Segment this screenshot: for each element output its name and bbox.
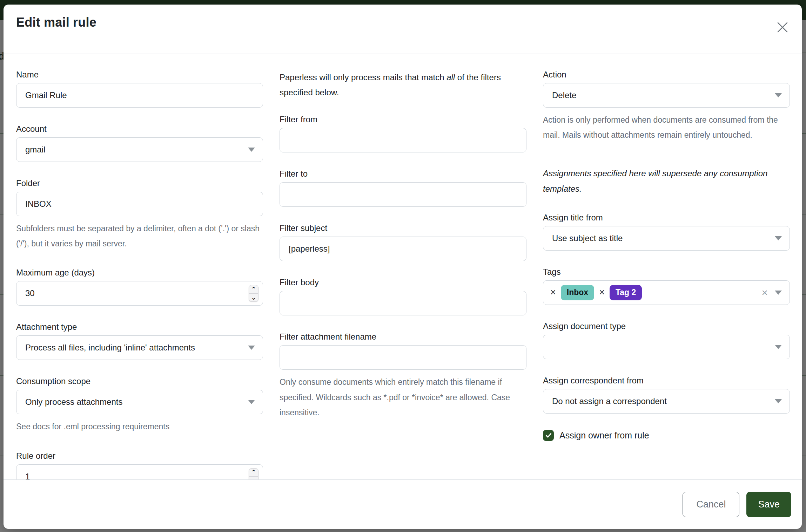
filter-filename-help: Only consume documents which entirely ma… <box>280 375 526 420</box>
assign-correspondent-label: Assign correspondent from <box>543 376 790 386</box>
stepper-down-icon[interactable]: ⌄ <box>249 477 258 479</box>
dialog-header: Edit mail rule <box>4 5 802 54</box>
rule-order-stepper[interactable]: ⌃⌄ <box>249 468 258 479</box>
tag-chip-1: Tag 2 <box>610 285 642 300</box>
folder-input[interactable] <box>25 192 258 216</box>
chevron-down-icon <box>248 148 255 152</box>
action-select[interactable]: Delete <box>543 83 790 108</box>
chevron-down-icon <box>248 346 255 350</box>
stepper-up-icon[interactable]: ⌃ <box>249 469 258 477</box>
filter-to-label: Filter to <box>280 169 526 179</box>
max-age-label: Maximum age (days) <box>16 268 263 278</box>
tags-multiselect[interactable]: × Inbox × Tag 2 × <box>543 280 790 305</box>
action-value: Delete <box>552 90 576 100</box>
dialog-footer: Cancel Save <box>4 479 802 529</box>
rule-order-label: Rule order <box>16 451 263 461</box>
tags-label: Tags <box>543 267 790 277</box>
name-label: Name <box>16 70 263 80</box>
column-actions: Action Delete Action is only performed w… <box>543 70 790 479</box>
column-filters: Paperless will only process mails that m… <box>280 70 526 479</box>
assign-doctype-select[interactable] <box>543 335 790 359</box>
tag-remove-icon[interactable]: × <box>549 288 557 297</box>
filter-to-input[interactable] <box>289 183 522 206</box>
consumption-scope-value: Only process attachments <box>25 397 122 407</box>
chevron-down-icon <box>775 236 782 240</box>
filter-body-field <box>280 291 526 315</box>
filter-body-input[interactable] <box>289 291 522 315</box>
edit-mail-rule-dialog: Edit mail rule Name Account gmail <box>4 5 802 529</box>
account-value: gmail <box>25 145 45 155</box>
assign-correspondent-value: Do not assign a correspondent <box>552 396 667 406</box>
action-help: Action is only performed when documents … <box>543 112 790 143</box>
attachment-type-value: Process all files, including 'inline' at… <box>25 343 195 353</box>
filter-from-label: Filter from <box>280 115 526 124</box>
owner-checkbox-label: Assign owner from rule <box>559 430 649 441</box>
filter-subject-input[interactable] <box>289 237 522 261</box>
assign-title-value: Use subject as title <box>552 233 623 243</box>
tags-clear-icon[interactable]: × <box>761 287 768 298</box>
assign-title-select[interactable]: Use subject as title <box>543 226 790 251</box>
stepper-up-icon[interactable]: ⌃ <box>249 285 258 294</box>
name-field <box>16 83 263 108</box>
rule-order-field: ⌃⌄ <box>16 464 263 479</box>
filter-subject-label: Filter subject <box>280 223 526 233</box>
consumption-scope-label: Consumption scope <box>16 376 263 386</box>
column-general: Name Account gmail Folder Subfolders mus… <box>16 70 263 479</box>
checkmark-icon <box>545 432 552 439</box>
chevron-down-icon <box>775 345 782 349</box>
cancel-button[interactable]: Cancel <box>683 492 739 517</box>
chevron-down-icon <box>248 400 255 404</box>
max-age-field: ⌃⌄ <box>16 281 263 306</box>
chevron-down-icon[interactable] <box>775 291 782 295</box>
account-label: Account <box>16 124 263 134</box>
stepper-down-icon[interactable]: ⌄ <box>249 294 258 302</box>
filter-filename-input[interactable] <box>289 346 522 369</box>
name-input[interactable] <box>25 83 258 107</box>
assignments-note: Assignments specified here will supersed… <box>543 166 790 196</box>
rule-order-input[interactable] <box>25 465 246 479</box>
filter-from-input[interactable] <box>289 128 522 152</box>
close-icon <box>777 21 788 33</box>
attachment-type-label: Attachment type <box>16 322 263 332</box>
max-age-input[interactable] <box>25 281 246 305</box>
max-age-stepper[interactable]: ⌃⌄ <box>249 285 258 302</box>
filter-from-field <box>280 128 526 152</box>
filter-subject-field <box>280 237 526 261</box>
filter-to-field <box>280 182 526 207</box>
filters-intro-emphasis: all <box>446 73 455 82</box>
tag-chip-0: Inbox <box>561 285 594 300</box>
save-button[interactable]: Save <box>746 492 791 517</box>
folder-label: Folder <box>16 178 263 188</box>
filters-intro: Paperless will only process mails that m… <box>280 70 526 100</box>
attachment-type-select[interactable]: Process all files, including 'inline' at… <box>16 335 263 360</box>
close-button[interactable] <box>774 19 791 36</box>
tag-remove-icon[interactable]: × <box>598 288 606 297</box>
dialog-title: Edit mail rule <box>16 15 96 30</box>
dialog-body: Name Account gmail Folder Subfolders mus… <box>4 54 802 479</box>
action-label: Action <box>543 70 790 80</box>
folder-help: Subfolders must be separated by a delimi… <box>16 221 263 251</box>
folder-field <box>16 192 263 216</box>
assign-correspondent-select[interactable]: Do not assign a correspondent <box>543 389 790 414</box>
consumption-scope-select[interactable]: Only process attachments <box>16 390 263 414</box>
assign-doctype-label: Assign document type <box>543 321 790 331</box>
filter-filename-label: Filter attachment filename <box>280 332 526 342</box>
owner-checkbox[interactable] <box>543 430 554 441</box>
filter-body-label: Filter body <box>280 278 526 287</box>
chevron-down-icon <box>775 93 782 97</box>
consumption-scope-help: See docs for .eml processing requirement… <box>16 419 263 434</box>
assign-title-label: Assign title from <box>543 213 790 223</box>
chevron-down-icon <box>775 399 782 403</box>
account-select[interactable]: gmail <box>16 137 263 162</box>
filter-filename-field <box>280 345 526 370</box>
